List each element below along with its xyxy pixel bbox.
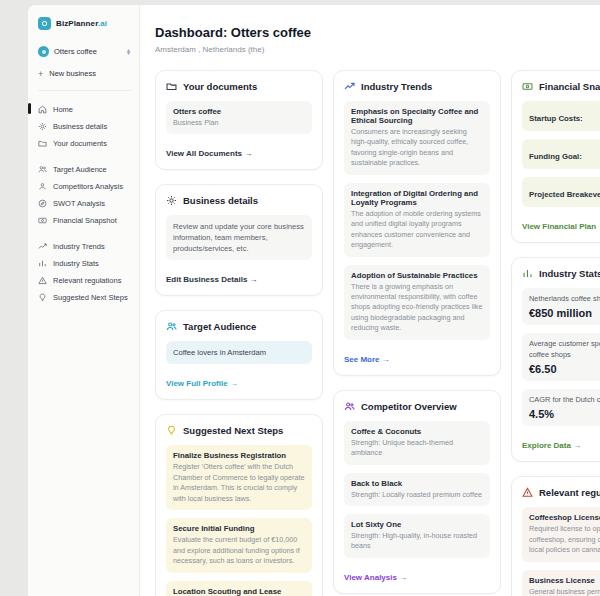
banknote-icon bbox=[38, 216, 47, 225]
main-content: Dashboard: Otters coffee Amsterdam , Net… bbox=[140, 5, 600, 596]
sidebar-item-your-documents[interactable]: Your documents bbox=[38, 135, 131, 152]
trend-up-icon bbox=[344, 81, 355, 92]
relevant-regulations-card: Relevant regulations Coffeeshop License … bbox=[511, 476, 600, 596]
gear-icon bbox=[38, 122, 47, 131]
competitor-item: Back to Black Strength: Locally roasted … bbox=[344, 473, 490, 506]
bar-chart-icon bbox=[522, 268, 533, 279]
card-title: Competitor Overview bbox=[361, 401, 457, 412]
regulation-item: Business License General business permit… bbox=[522, 570, 600, 596]
page-subtitle: Amsterdam , Netherlands (the) bbox=[155, 45, 600, 54]
column-right: Financial Snapshot Startup Costs: Fundin… bbox=[511, 70, 600, 596]
trend-item: Integration of Digital Ordering and Loya… bbox=[344, 183, 490, 257]
card-title: Financial Snapshot bbox=[539, 81, 600, 92]
card-title: Industry Stats bbox=[539, 268, 600, 279]
folder-icon bbox=[38, 139, 47, 148]
nav-group-core: Home Business details Your documents bbox=[38, 101, 131, 152]
card-title: Industry Trends bbox=[361, 81, 432, 92]
plus-icon: + bbox=[38, 71, 43, 77]
sidebar: BizPlanner.ai Otters coffee ▲▼ + New bus… bbox=[28, 5, 140, 596]
sidebar-item-financial-snapshot[interactable]: Financial Snapshot bbox=[38, 212, 131, 229]
stat-item: Average customer spending per visit in c… bbox=[522, 333, 600, 381]
nav-group-insights: Industry Trends Industry Stats Relevant … bbox=[38, 238, 131, 306]
explore-data-link[interactable]: Explore Data → bbox=[522, 441, 581, 450]
audience-profile: Coffee lovers in Amsterdam bbox=[166, 341, 312, 364]
card-title: Suggested Next Steps bbox=[183, 425, 283, 436]
view-full-profile-link[interactable]: View Full Profile → bbox=[166, 379, 238, 388]
sidebar-item-swot-analysis[interactable]: SWOT Analysis bbox=[38, 195, 131, 212]
lightbulb-icon bbox=[166, 425, 177, 436]
see-more-link[interactable]: See More → bbox=[344, 355, 390, 364]
competitor-item: Lot Sixty One Strength: High-quality, in… bbox=[344, 514, 490, 558]
column-left: Your documents Otters coffee Business Pl… bbox=[155, 70, 323, 596]
next-step-item: Secure Initial Funding Evaluate the curr… bbox=[166, 518, 312, 572]
gear-icon bbox=[166, 195, 177, 206]
lightbulb-icon bbox=[38, 293, 47, 302]
trend-up-icon bbox=[38, 242, 47, 251]
nav-group-analysis: Target Audience Competitors Analysis SWO… bbox=[38, 161, 131, 229]
sidebar-item-industry-stats[interactable]: Industry Stats bbox=[38, 255, 131, 272]
card-title: Business details bbox=[183, 195, 258, 206]
view-analysis-link[interactable]: View Analysis → bbox=[344, 573, 407, 582]
page-background: BizPlanner.ai Otters coffee ▲▼ + New bus… bbox=[0, 0, 600, 596]
trend-item: Adoption of Sustainable Practices There … bbox=[344, 265, 490, 340]
card-title: Target Audience bbox=[183, 321, 256, 332]
compass-icon bbox=[38, 199, 47, 208]
industry-stats-card: Industry Stats Netherlands coffee shop m… bbox=[511, 257, 600, 462]
brand: BizPlanner.ai bbox=[38, 17, 131, 30]
new-business-button[interactable]: + New business bbox=[38, 69, 131, 91]
sidebar-item-business-details[interactable]: Business details bbox=[38, 118, 131, 135]
suggested-next-steps-card: Suggested Next Steps Finalize Business R… bbox=[155, 414, 323, 596]
competitor-overview-card: Competitor Overview Coffee & Coconuts St… bbox=[333, 390, 501, 594]
brand-logo-icon bbox=[38, 17, 51, 30]
active-indicator bbox=[28, 103, 31, 114]
business-details-card: Business details Review and update your … bbox=[155, 184, 323, 296]
card-title: Your documents bbox=[183, 81, 257, 92]
chevron-updown-icon: ▲▼ bbox=[126, 49, 131, 55]
view-all-documents-link[interactable]: View All Documents → bbox=[166, 149, 252, 158]
stat-item: CAGR for the Dutch coffee shop market 4.… bbox=[522, 389, 600, 426]
financial-row: Funding Goal: bbox=[522, 139, 600, 169]
financial-row: Projected Breakeven: bbox=[522, 177, 600, 207]
edit-business-details-link[interactable]: Edit Business Details → bbox=[166, 275, 258, 284]
home-icon bbox=[38, 105, 47, 114]
financial-row: Startup Costs: bbox=[522, 101, 600, 131]
trend-item: Emphasis on Specialty Coffee and Ethical… bbox=[344, 101, 490, 175]
next-step-item: Location Scouting and Lease Agreement Id… bbox=[166, 581, 312, 596]
business-details-summary: Review and update your core business inf… bbox=[166, 215, 312, 260]
target-audience-card: Target Audience Coffee lovers in Amsterd… bbox=[155, 310, 323, 400]
financial-snapshot-card: Financial Snapshot Startup Costs: Fundin… bbox=[511, 70, 600, 243]
next-step-item: Finalize Business Registration Register … bbox=[166, 445, 312, 510]
sidebar-item-home[interactable]: Home bbox=[38, 101, 131, 118]
industry-trends-card: Industry Trends Emphasis on Specialty Co… bbox=[333, 70, 501, 376]
card-title: Relevant regulations bbox=[539, 487, 600, 498]
business-name: Otters coffee bbox=[54, 47, 121, 56]
regulation-item: Coffeeshop License Required license to o… bbox=[522, 507, 600, 561]
app-window: BizPlanner.ai Otters coffee ▲▼ + New bus… bbox=[28, 5, 600, 596]
sidebar-item-suggested-next-steps[interactable]: Suggested Next Steps bbox=[38, 289, 131, 306]
your-documents-card: Your documents Otters coffee Business Pl… bbox=[155, 70, 323, 170]
warning-triangle-icon bbox=[38, 276, 47, 285]
stat-item: Netherlands coffee shop market size €850… bbox=[522, 288, 600, 325]
bar-chart-icon bbox=[38, 259, 47, 268]
business-selector[interactable]: Otters coffee ▲▼ bbox=[38, 46, 131, 57]
users-group-icon bbox=[38, 182, 47, 191]
brand-name: BizPlanner.ai bbox=[56, 19, 107, 28]
sidebar-item-relevant-regulations[interactable]: Relevant regulations bbox=[38, 272, 131, 289]
warning-triangle-icon bbox=[522, 487, 533, 498]
competitor-item: Coffee & Coconuts Strength: Unique beach… bbox=[344, 421, 490, 465]
banknote-icon bbox=[522, 81, 533, 92]
new-business-label: New business bbox=[49, 69, 96, 78]
business-avatar bbox=[38, 46, 49, 57]
folder-icon bbox=[166, 81, 177, 92]
page-title: Dashboard: Otters coffee bbox=[155, 25, 600, 40]
sidebar-item-competitors-analysis[interactable]: Competitors Analysis bbox=[38, 178, 131, 195]
view-financial-plan-link[interactable]: View Financial Plan → bbox=[522, 222, 600, 231]
document-item[interactable]: Otters coffee Business Plan bbox=[166, 101, 312, 134]
column-middle: Industry Trends Emphasis on Specialty Co… bbox=[333, 70, 501, 596]
sidebar-item-industry-trends[interactable]: Industry Trends bbox=[38, 238, 131, 255]
sidebar-item-target-audience[interactable]: Target Audience bbox=[38, 161, 131, 178]
users-icon bbox=[166, 321, 177, 332]
users-icon bbox=[344, 401, 355, 412]
users-icon bbox=[38, 165, 47, 174]
